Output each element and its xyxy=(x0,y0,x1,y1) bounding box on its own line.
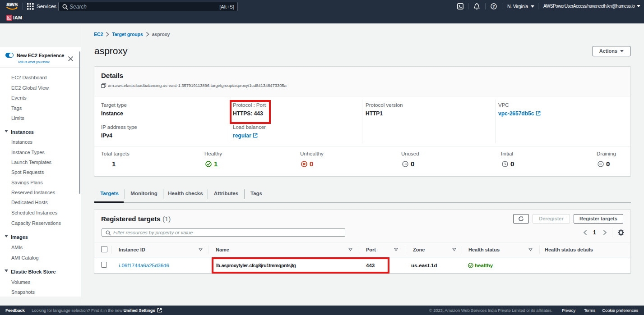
svg-text:?: ? xyxy=(492,4,495,9)
